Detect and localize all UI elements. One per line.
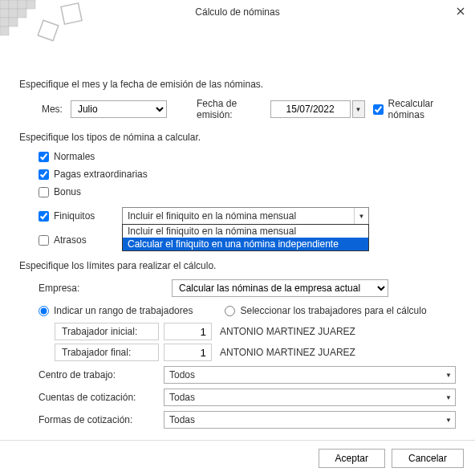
centro-select[interactable]: Todos▼ [164, 366, 456, 384]
fini-option-1[interactable]: Calcular el finiquito en una nómina inde… [123, 238, 368, 250]
fini-option-0[interactable]: Incluir el finiquito en la nómina mensua… [123, 225, 368, 238]
svg-rect-8 [9, 18, 18, 26]
fecha-input-group: ▼ [270, 100, 365, 118]
chk-finiquitos[interactable]: Finiquitos [39, 210, 108, 222]
limits-group: Empresa: Calcular las nóminas de la empr… [19, 279, 456, 429]
formas-label: Formas de cotización: [39, 414, 164, 425]
svg-rect-4 [0, 9, 9, 18]
svg-rect-10 [38, 20, 59, 41]
formas-select[interactable]: Todas▼ [164, 411, 456, 429]
worker-final-label: Trabajador final: [55, 344, 159, 361]
svg-rect-1 [9, 0, 18, 9]
svg-rect-0 [0, 0, 9, 9]
chevron-down-icon[interactable]: ▼ [445, 372, 452, 379]
cuentas-select[interactable]: Todas▼ [164, 389, 456, 406]
decor-squares-icon [0, 0, 88, 48]
worker-initial-row: Trabajador inicial: ANTONIO MARTINEZ JUA… [55, 323, 456, 340]
cuentas-row: Cuentas de cotización: Todas▼ [39, 389, 456, 406]
dialog-content: Especifique el mes y la fecha de emisión… [0, 24, 475, 429]
dialog-footer: Aceptar Cancelar [0, 440, 475, 476]
recalc-checkbox[interactable]: Recalcular nóminas [373, 98, 456, 120]
chk-bonus[interactable]: Bonus [39, 186, 456, 197]
chevron-down-icon[interactable]: ▼ [445, 417, 452, 424]
formas-row: Formas de cotización: Todas▼ [39, 411, 456, 429]
month-date-row: Mes: Julio Fecha de emisión: ▼ Recalcula… [39, 98, 456, 120]
finiquitos-select-display[interactable]: Incluir el finiquito en la nómina mensua… [122, 207, 369, 225]
worker-initial-name: ANTONIO MARTINEZ JUAREZ [220, 326, 355, 337]
cancel-button[interactable]: Cancelar [392, 449, 464, 468]
recalc-checkbox-input[interactable] [373, 104, 384, 115]
centro-row: Centro de trabajo: Todos▼ [39, 366, 456, 384]
svg-rect-7 [0, 18, 9, 26]
svg-rect-6 [18, 9, 26, 18]
section3-heading: Especifique los límites para realizar el… [19, 260, 456, 271]
svg-rect-11 [61, 3, 82, 24]
window-title: Cálculo de nóminas [195, 6, 279, 18]
fecha-label: Fecha de emisión: [197, 98, 262, 120]
empresa-label: Empresa: [39, 283, 164, 294]
centro-label: Centro de trabajo: [39, 369, 164, 380]
svg-rect-2 [18, 0, 26, 9]
type-list: Normales Pagas extraordinarias Bonus Fin… [39, 151, 456, 246]
cuentas-label: Cuentas de cotización: [39, 392, 164, 403]
svg-rect-3 [26, 0, 35, 9]
radio-rango[interactable]: Indicar un rango de trabajadores [39, 305, 193, 316]
close-icon[interactable] [453, 3, 469, 19]
finiquitos-select[interactable]: Incluir el finiquito en la nómina mensua… [122, 207, 369, 225]
worker-final-name: ANTONIO MARTINEZ JUAREZ [220, 347, 355, 358]
mes-select[interactable]: Julio [71, 100, 167, 118]
radio-seleccionar[interactable]: Seleccionar los trabajadores para el cál… [225, 305, 426, 316]
worker-initial-label: Trabajador inicial: [55, 323, 159, 340]
accept-button[interactable]: Aceptar [319, 449, 385, 468]
chevron-down-icon[interactable]: ▼ [445, 394, 452, 401]
finiquitos-dropdown: Incluir el finiquito en la nómina mensua… [122, 224, 369, 251]
section1-heading: Especifique el mes y la fecha de emisión… [19, 79, 456, 90]
chk-normales[interactable]: Normales [39, 151, 456, 162]
date-picker-icon[interactable]: ▼ [352, 100, 365, 118]
worker-initial-num[interactable] [164, 323, 212, 340]
recalc-label: Recalcular nóminas [388, 98, 456, 120]
worker-mode-radios: Indicar un rango de trabajadores Selecci… [39, 305, 456, 316]
fecha-input[interactable] [270, 100, 351, 118]
worker-final-num[interactable] [164, 344, 212, 361]
section2-heading: Especifique los tipos de nómina a calcul… [19, 132, 456, 143]
svg-rect-9 [0, 26, 9, 35]
chk-pagas[interactable]: Pagas extraordinarias [39, 169, 456, 180]
mes-label: Mes: [39, 104, 63, 115]
svg-rect-5 [9, 9, 18, 18]
worker-final-row: Trabajador final: ANTONIO MARTINEZ JUARE… [55, 344, 456, 361]
empresa-select[interactable]: Calcular las nóminas de la empresa actua… [172, 279, 388, 297]
chevron-down-icon[interactable]: ▼ [354, 208, 368, 224]
